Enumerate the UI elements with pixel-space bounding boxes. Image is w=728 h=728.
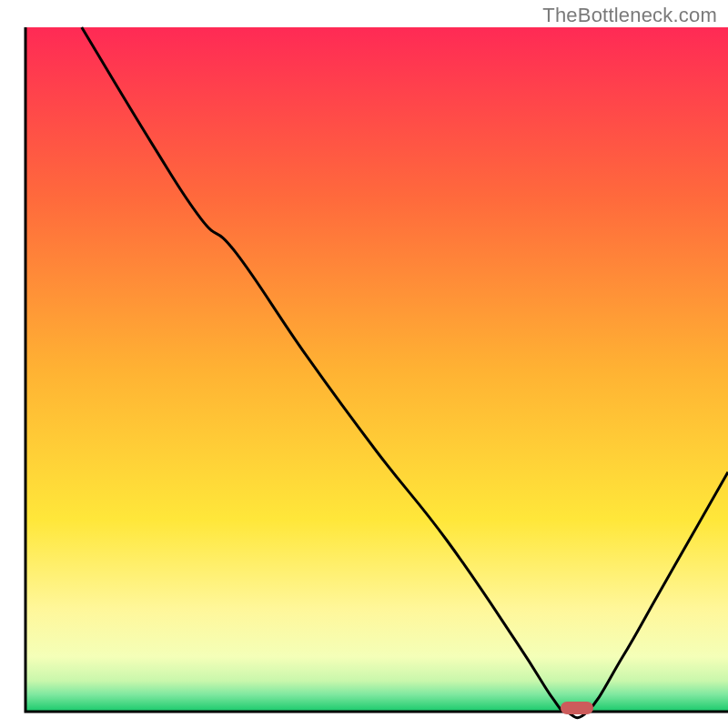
bottleneck-chart [0, 0, 728, 728]
chart-container: TheBottleneck.com [0, 0, 728, 728]
optimum-marker [561, 702, 593, 714]
watermark-label: TheBottleneck.com [542, 4, 717, 27]
plot-area [25, 27, 728, 712]
